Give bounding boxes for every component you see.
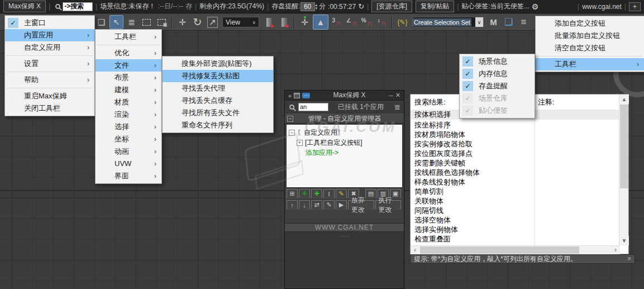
menu-item-optimize[interactable]: 优化› — [96, 47, 161, 59]
result-item[interactable]: 样条线投射物体 — [414, 177, 465, 187]
menu-item-sticky-note-toggle[interactable]: ✓ 贴心便签 — [460, 105, 535, 117]
move-down-button[interactable]: ↓ — [299, 200, 310, 210]
menu-item-toolbar-submenu[interactable]: 工具栏› — [536, 58, 644, 70]
menu-item-rename-sequence[interactable]: 重命名文件序列 — [163, 119, 273, 131]
scroll-left-icon[interactable]: ‹ — [411, 246, 419, 254]
menu-item-batch-add-custom-button[interactable]: 批量添加自定义按钮 — [536, 30, 644, 42]
search-input[interactable] — [63, 2, 93, 11]
select-object-icon[interactable]: ↖ — [109, 15, 123, 29]
close-hint-icon[interactable]: × — [627, 255, 631, 263]
window-crossing-icon[interactable] — [155, 15, 169, 29]
spinner-snap-icon[interactable]: ↕∩ — [375, 15, 389, 29]
apply-changes-button[interactable]: 执行更改 — [375, 200, 402, 210]
use-pivot-center-icon[interactable]: ✚ — [262, 15, 276, 29]
snaps-toggle-icon[interactable]: 3∩ — [330, 15, 344, 29]
menu-item-find-missing-proxies[interactable]: 寻找丢失代理 — [163, 82, 273, 94]
result-item[interactable]: 按实例修改器拾取 — [414, 139, 473, 149]
edit-button[interactable]: ✎ — [323, 200, 335, 210]
close-icon[interactable]: ✕ — [395, 92, 400, 99]
discard-changes-button[interactable]: 放弃更改 — [348, 200, 374, 210]
gear-icon[interactable]: ⚙ — [532, 2, 539, 11]
result-item[interactable]: 按位图灰度选择点 — [414, 149, 473, 158]
menu-item-main-window[interactable]: ✓ 主窗口 — [5, 17, 94, 29]
result-item[interactable]: 按线框颜色选择物体 — [414, 168, 480, 177]
rename-button[interactable]: I — [323, 189, 335, 198]
collapse-left-icon[interactable]: « — [288, 92, 292, 99]
add-item-button[interactable]: ✚ — [311, 189, 322, 198]
menu-item-toolbar[interactable]: 工具栏› — [96, 31, 161, 43]
tree-row-child[interactable]: + [工具栏自定义按钮] — [297, 138, 400, 148]
menu-item-scene-info-toggle[interactable]: ✓ 场景信息 — [460, 55, 535, 68]
rotate-icon[interactable]: ↻ — [190, 15, 204, 29]
menu-item-scene-library-toggle[interactable]: ✓ 场景仓库 — [460, 92, 535, 105]
select-by-name-icon[interactable]: ≣ — [125, 15, 139, 29]
menu-item-clear-custom-button[interactable]: 清空自定义按钮 — [536, 42, 644, 54]
link-icon[interactable]: ❏ — [94, 15, 108, 29]
save-reminder-value[interactable]: 60 — [300, 2, 315, 11]
align-icon[interactable]: ❏ — [502, 15, 516, 29]
spinner-arrows[interactable]: ▴▾ — [316, 3, 318, 10]
dock-dots-icon[interactable]: ⋯ — [302, 93, 310, 98]
add-button[interactable]: + — [629, 2, 641, 11]
sticky-note-label[interactable]: 贴心便签:当前无便签... — [461, 2, 529, 11]
layer-manager-icon[interactable]: ≡ — [517, 15, 531, 29]
menu-item-memory-info-toggle[interactable]: ✓ 内存信息 — [460, 68, 535, 80]
menu-item-fix-missing-maps[interactable]: 寻找修复丢失贴图 — [163, 70, 273, 82]
reference-coordinate-dropdown[interactable]: View ∨ — [222, 17, 259, 27]
menu-item-select[interactable]: 选择› — [96, 121, 161, 133]
named-selection-set-combo[interactable]: Create Selection Set ∨ — [412, 17, 484, 27]
scrollbar-thumb[interactable] — [420, 247, 579, 254]
menu-item-help[interactable]: 帮助 › — [5, 74, 94, 86]
scale-icon[interactable]: ↗ — [206, 15, 220, 29]
horizontal-scrollbar[interactable]: ‹ › — [411, 245, 620, 254]
mirror-icon[interactable]: M — [486, 15, 500, 29]
reset-timer-icon[interactable]: ↻ — [358, 2, 364, 11]
minimize-icon[interactable]: ─ — [389, 92, 393, 99]
list-menu-icon[interactable]: ≣ — [394, 103, 400, 111]
menu-item-animation[interactable]: 动画› — [96, 145, 161, 158]
menu-item-render[interactable]: 渲染› — [96, 108, 161, 121]
menu-item-add-custom-button[interactable]: 添加自定义按钮 — [536, 17, 644, 30]
app-main-button[interactable]: Max保姆 X — [3, 1, 46, 12]
website-link[interactable]: www.cgai.net — [582, 3, 622, 11]
menu-item-collect-resources[interactable]: 搜集外部资源(贴图等) — [163, 58, 273, 70]
use-selection-center-icon[interactable]: ✚ — [277, 15, 291, 29]
angle-snap-icon[interactable]: ∠∩ — [345, 15, 359, 29]
up-toggle-icon[interactable]: ▲ — [313, 15, 328, 30]
sync-button[interactable]: ⇄ — [311, 200, 322, 210]
window-mode-icon[interactable] — [294, 93, 300, 98]
menu-item-find-missing-caches[interactable]: 寻找丢失点缓存 — [163, 94, 273, 107]
menu-item-find-all-missing[interactable]: 寻找所有丢失文件 — [163, 107, 273, 119]
scroll-right-icon[interactable]: › — [611, 246, 620, 254]
menu-item-coords[interactable]: 坐标› — [96, 133, 161, 145]
collapse-rollout-icon[interactable]: − — [287, 116, 293, 122]
menu-item-restart[interactable]: 重启Max保姆 — [5, 90, 94, 102]
cleanup-button[interactable]: ✎ — [336, 189, 347, 198]
result-item[interactable]: 简单切割 — [414, 187, 443, 196]
result-item[interactable]: 按材质塌陷物体 — [414, 130, 465, 139]
result-item[interactable]: 间隔切线 — [414, 206, 443, 215]
result-item[interactable]: 按坐标排序 — [414, 120, 451, 130]
menu-item-builtin-apps[interactable]: 内置应用 › — [5, 29, 94, 41]
menu-item-settings[interactable]: 设置 › — [5, 58, 94, 70]
viewport[interactable]: CGAI.COM ❏ ↖ ≣ ✛ ↻ ↗ View ∨ ✚ ✚ ✛ ▲ 3∩ ∠… — [0, 0, 644, 289]
menu-item-scene[interactable]: 布景› — [96, 72, 161, 84]
menu-item-modeling[interactable]: 建模› — [96, 84, 161, 96]
result-item[interactable]: 按需删除关键帧 — [414, 158, 465, 168]
scrollbar-thumb[interactable] — [620, 105, 628, 188]
add-category-button[interactable]: ⊞ — [287, 189, 298, 198]
vertical-scrollbar[interactable]: ▲ ▼ — [619, 94, 628, 245]
scroll-up-icon[interactable]: ▲ — [619, 94, 629, 104]
menu-item-custom-apps[interactable]: 自定义应用 › — [5, 41, 94, 54]
menu-item-save-reminder-toggle[interactable]: ✓ 存盘提醒 — [460, 80, 535, 92]
run-button[interactable]: ▶ — [336, 200, 347, 210]
result-item[interactable]: 关联物体 — [414, 196, 443, 206]
move-up-button[interactable]: ↑ — [287, 200, 298, 210]
manager-window-titlebar[interactable]: « ⋯ Max保姆 X ─ ✕ — [285, 91, 404, 101]
scroll-down-icon[interactable]: ▼ — [619, 236, 629, 245]
move-icon[interactable]: ✛ — [175, 15, 189, 29]
manipulate-icon[interactable]: ✛ — [298, 15, 312, 29]
percent-snap-icon[interactable]: %∩ — [360, 15, 374, 29]
menu-item-uvw[interactable]: UVW› — [96, 158, 161, 170]
menu-item-interface[interactable]: 界面› — [96, 170, 161, 182]
